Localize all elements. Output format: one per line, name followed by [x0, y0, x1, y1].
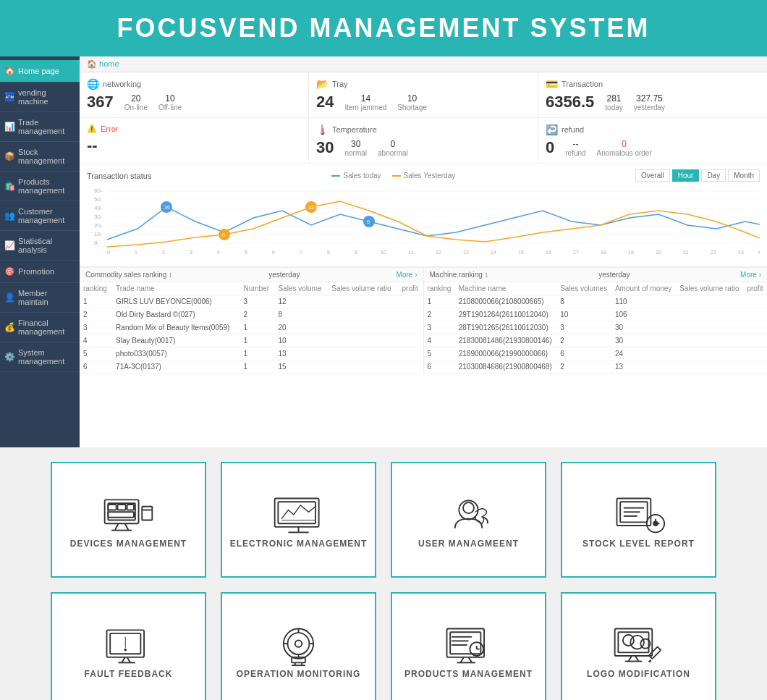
col-amount: Amount of money: [611, 282, 676, 295]
svg-text:15: 15: [518, 250, 524, 255]
temperature-stat: 🌡️ Temperature 30 30 normal 0 abnormal: [309, 118, 538, 163]
sidebar-item-stats[interactable]: 📈 Statistical analysis: [0, 231, 80, 261]
sidebar-item-member[interactable]: 👤 Member maintain: [0, 283, 80, 313]
sidebar-item-financial[interactable]: 💰 Financal management: [0, 313, 80, 342]
tray-main: 24: [316, 93, 334, 111]
sidebar-item-customer[interactable]: 👥 Customer management: [0, 201, 80, 231]
breadcrumb-link[interactable]: home: [99, 59, 119, 68]
logo-modification-label: LOGO MODIFICATION: [587, 669, 690, 679]
svg-marker-79: [125, 636, 126, 647]
vending-icon: 🏧: [4, 92, 15, 102]
sidebar-item-label: Statistical analysis: [18, 237, 75, 254]
cards-row-1: DEVICES MANAGEMENT ELECTRONIC MANAGEMENT: [22, 462, 745, 578]
svg-text:4: 4: [217, 250, 220, 255]
card-fault-feedback[interactable]: FAULT FEEDBACK: [51, 592, 206, 700]
card-stock-level-report[interactable]: STOCK LEVEL REPORT: [561, 462, 716, 578]
shortage-val: 10: [397, 93, 427, 104]
anomalous-label: Anomalous order: [597, 149, 652, 157]
refund-stat: ↩️ refund 0 -- refund 0 Anomalous order: [538, 118, 767, 163]
transaction-stat: 💳 Transaction 6356.5 281 today 327.75 ye…: [538, 72, 767, 117]
card-operation-monitoring[interactable]: OPERATION MONITORING: [221, 592, 376, 700]
svg-line-101: [469, 657, 473, 662]
svg-text:40-: 40-: [94, 205, 103, 211]
customer-icon: 👥: [4, 211, 15, 221]
col-sales-volumes: Sales volumes: [556, 282, 611, 295]
transaction-label: Transaction: [562, 80, 603, 88]
table-row: 3Random Mix of Beauty Items(0059)120: [80, 321, 423, 334]
sidebar-item-label: Member maintain: [18, 289, 75, 306]
sidebar-item-products[interactable]: 🛍️ Products management: [0, 172, 80, 201]
member-icon: 👤: [4, 292, 15, 303]
sidebar-item-trade[interactable]: 📊 Trade management: [0, 112, 80, 142]
stock-level-report-icon: [611, 492, 666, 539]
card-devices-management[interactable]: DEVICES MANAGEMENT: [51, 462, 206, 578]
normal-label: normal: [344, 149, 367, 157]
sidebar-item-stock[interactable]: 📦 Stock management: [0, 142, 80, 172]
sidebar-item-system[interactable]: ⚙️ System management: [0, 342, 80, 372]
refund-icon: ↩️: [546, 124, 558, 135]
error-label: Error: [101, 125, 118, 133]
tab-day[interactable]: Day: [701, 169, 726, 182]
error-val: --: [87, 136, 98, 154]
svg-text:14: 14: [491, 250, 496, 255]
table-row: 1GIRLS LUV BEYONCE(0006)312: [80, 295, 423, 308]
transaction-main: 6356.5: [546, 93, 594, 111]
yesterday-dot: [392, 175, 401, 177]
devices-management-icon: [101, 492, 156, 539]
col-machine-name: Machine name: [455, 282, 556, 295]
today-dot: [331, 175, 340, 177]
svg-text:0: 0: [222, 232, 225, 237]
card-logo-modification[interactable]: LOGO MODIFICATION: [561, 592, 716, 700]
sidebar-item-label: Customer management: [18, 207, 75, 224]
svg-line-108: [628, 656, 632, 662]
electronic-management-icon: [271, 492, 326, 539]
tab-hour[interactable]: Hour: [672, 169, 700, 182]
normal-val: 30: [344, 139, 367, 149]
table-row: 2Old Dirty Bastard ©(027)28: [80, 308, 423, 321]
card-electronic-management[interactable]: ELECTRONIC MANAGEMENT: [221, 462, 376, 578]
yesterday-label: yesterday: [634, 104, 665, 111]
online-label: On-line: [124, 104, 148, 111]
tab-overall[interactable]: Overall: [635, 169, 670, 182]
svg-line-50: [125, 523, 129, 530]
stock-level-report-label: STOCK LEVEL REPORT: [582, 539, 695, 549]
network-icon: 🌐: [87, 78, 99, 90]
svg-text:16: 16: [546, 250, 551, 255]
svg-text:5: 5: [245, 250, 247, 255]
card-user-management[interactable]: USER MANAGMEENT: [391, 462, 546, 578]
refund-val: --: [565, 139, 585, 149]
abnormal-val: 0: [378, 139, 408, 149]
sidebar-item-promotion[interactable]: 🎯 Promotion: [0, 261, 80, 283]
tab-month[interactable]: Month: [728, 169, 760, 182]
table-row: 12108000066(2108000665)8110: [424, 295, 768, 308]
user-management-icon: [441, 492, 496, 539]
sidebar-item-vending[interactable]: 🏧 vending machine: [0, 83, 80, 112]
chart-area: Transaction status Sales today Sales Yes…: [80, 164, 767, 267]
commodity-table-section: Commodity sales ranking ↕ yesterday More…: [80, 268, 424, 374]
temp-icon: 🌡️: [316, 124, 329, 135]
stock-icon: 📦: [4, 151, 15, 161]
card-products-management[interactable]: PRODUCTS MANAGEMENT: [391, 592, 546, 700]
sidebar-item-home[interactable]: 🏠 Home page: [0, 60, 80, 83]
legend-today: Sales today: [331, 172, 381, 180]
table-row: 229T1901264(26110012040)10106: [424, 308, 768, 321]
commodity-more[interactable]: More ›: [397, 271, 418, 279]
home-icon: 🏠: [4, 66, 15, 76]
svg-text:0-: 0-: [94, 240, 99, 246]
svg-line-49: [115, 523, 119, 530]
col-sales-ratio: Sales volume ratio: [328, 282, 398, 295]
svg-text:17: 17: [573, 250, 579, 255]
networking-main: 367: [87, 93, 114, 111]
stats-row-1: 🌐 networking 367 20 On-line 10 Off-line: [80, 72, 767, 118]
svg-text:23: 23: [738, 250, 744, 255]
svg-point-70: [653, 521, 658, 526]
table-row: 52189000066(21990000066)624: [424, 347, 768, 360]
shortage-label: Shortage: [397, 104, 427, 111]
main-area: 🏠 Home page 🏧 vending machine 📊 Trade ma…: [0, 56, 767, 447]
svg-rect-57: [108, 512, 134, 518]
offline-label: Off-line: [158, 104, 182, 111]
machine-more[interactable]: More ›: [740, 271, 761, 279]
svg-text:Hou: Hou: [758, 250, 760, 255]
svg-text:6: 6: [272, 250, 275, 255]
networking-label: networking: [103, 80, 141, 88]
